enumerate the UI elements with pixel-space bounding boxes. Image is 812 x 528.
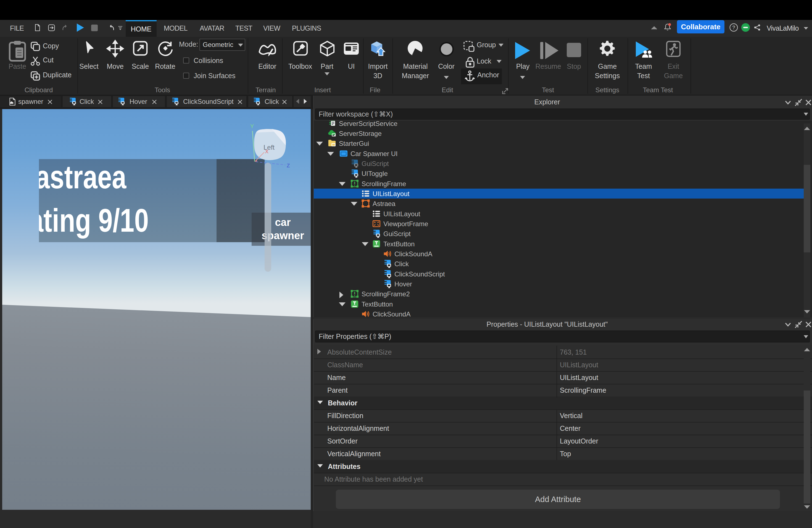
svg-text:Y: Y [250, 123, 254, 129]
svg-text:X: X [265, 149, 269, 155]
svg-text:Z: Z [287, 163, 290, 168]
svg-text:?: ? [732, 25, 735, 30]
